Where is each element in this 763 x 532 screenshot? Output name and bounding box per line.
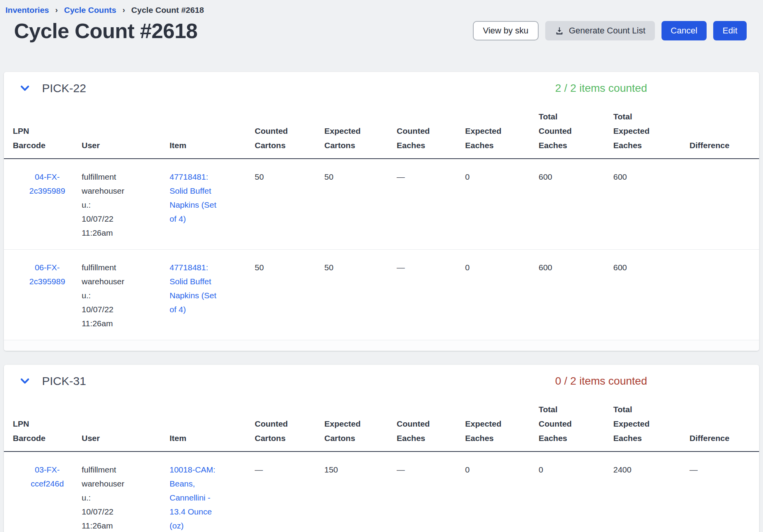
column-header-user: User <box>82 397 170 452</box>
cell-counted_eaches: — <box>397 452 465 532</box>
cell-difference: — <box>690 452 759 532</box>
edit-label: Edit <box>723 26 737 35</box>
table-row: 03-FX-ccef246dfulfillment warehouser u.:… <box>4 452 759 532</box>
column-header-expected_cartons: Expected Cartons <box>324 397 397 452</box>
cell-expected_eaches: 0 <box>465 250 539 340</box>
column-header-counted_cartons: Counted Cartons <box>255 104 324 159</box>
column-header-difference: Difference <box>690 397 759 452</box>
cell-counted_cartons: 50 <box>255 159 324 250</box>
toolbar: View by sku Generate Count List Cancel E… <box>473 21 747 40</box>
breadcrumb-current: Cycle Count #2618 <box>131 5 204 16</box>
column-header-total_counted_eaches: Total Counted Eaches <box>539 397 613 452</box>
item-link[interactable]: 47718481: Solid Buffet Napkins (Set of 4… <box>170 263 216 314</box>
column-header-expected_cartons: Expected Cartons <box>324 104 397 159</box>
edit-button[interactable]: Edit <box>713 21 747 40</box>
item-link[interactable]: 47718481: Solid Buffet Napkins (Set of 4… <box>170 172 216 223</box>
section-header: PICK-31 0 / 2 items counted <box>4 365 759 397</box>
cell-counted_eaches: — <box>397 250 465 340</box>
breadcrumb: Inventories › Cycle Counts › Cycle Count… <box>5 5 759 16</box>
view-by-sku-button[interactable]: View by sku <box>473 21 539 40</box>
cell-total_counted_eaches: 0 <box>539 452 613 532</box>
cell-lpn_barcode: 04-FX-2c395989 <box>4 159 82 250</box>
cell-expected_cartons: 50 <box>324 159 397 250</box>
count-table: LPN BarcodeUserItemCounted CartonsExpect… <box>4 397 759 532</box>
generate-count-list-button[interactable]: Generate Count List <box>545 21 655 40</box>
cell-user: fulfillment warehouser u.: 10/07/22 11:2… <box>82 159 170 250</box>
breadcrumb-link-inventories[interactable]: Inventories <box>5 5 49 16</box>
lpn_barcode-link[interactable]: 03-FX-ccef246d <box>31 465 64 488</box>
lpn_barcode-link[interactable]: 04-FX-2c395989 <box>29 172 65 195</box>
count-table: LPN BarcodeUserItemCounted CartonsExpect… <box>4 104 759 340</box>
lpn_barcode-link[interactable]: 06-FX-2c395989 <box>29 263 65 286</box>
table-header-row: LPN BarcodeUserItemCounted CartonsExpect… <box>4 397 759 452</box>
breadcrumb-separator-icon: › <box>122 4 125 15</box>
pick-section: PICK-22 2 / 2 items counted LPN BarcodeU… <box>4 72 759 351</box>
column-header-counted_cartons: Counted Cartons <box>255 397 324 452</box>
table-header-row: LPN BarcodeUserItemCounted CartonsExpect… <box>4 104 759 159</box>
cell-expected_cartons: 50 <box>324 250 397 340</box>
cell-total_expected_eaches: 600 <box>613 250 690 340</box>
column-header-item: Item <box>170 104 255 159</box>
column-header-difference: Difference <box>690 104 759 159</box>
cell-item: 47718481: Solid Buffet Napkins (Set of 4… <box>170 159 255 250</box>
sections-container: PICK-22 2 / 2 items counted LPN BarcodeU… <box>4 72 759 532</box>
column-header-total_expected_eaches: Total Expected Eaches <box>613 104 690 159</box>
cell-expected_eaches: 0 <box>465 452 539 532</box>
column-header-expected_eaches: Expected Eaches <box>465 104 539 159</box>
cell-user: fulfillment warehouser u.: 10/07/22 11:2… <box>82 452 170 532</box>
cell-lpn_barcode: 06-FX-2c395989 <box>4 250 82 340</box>
column-header-counted_eaches: Counted Eaches <box>397 397 465 452</box>
cell-total_counted_eaches: 600 <box>539 250 613 340</box>
cell-total_expected_eaches: 2400 <box>613 452 690 532</box>
section-title: PICK-22 <box>42 82 86 95</box>
cell-counted_eaches: — <box>397 159 465 250</box>
cell-item: 47718481: Solid Buffet Napkins (Set of 4… <box>170 250 255 340</box>
breadcrumb-link-cycle-counts[interactable]: Cycle Counts <box>64 5 116 16</box>
item-link[interactable]: 10018-CAM: Beans, Cannellini - 13.4 Ounc… <box>170 465 215 530</box>
table-row: 06-FX-2c395989fulfillment warehouser u.:… <box>4 250 759 340</box>
cell-difference <box>690 250 759 340</box>
breadcrumb-separator-icon: › <box>55 4 58 15</box>
cell-item: 10018-CAM: Beans, Cannellini - 13.4 Ounc… <box>170 452 255 532</box>
cell-counted_cartons: — <box>255 452 324 532</box>
cancel-label: Cancel <box>671 26 697 35</box>
column-header-total_expected_eaches: Total Expected Eaches <box>613 397 690 452</box>
column-header-lpn_barcode: LPN Barcode <box>4 397 82 452</box>
cell-lpn_barcode: 03-FX-ccef246d <box>4 452 82 532</box>
cell-total_counted_eaches: 600 <box>539 159 613 250</box>
generate-count-list-label: Generate Count List <box>569 26 646 35</box>
download-icon <box>555 26 564 36</box>
card-footer <box>4 340 759 351</box>
column-header-total_counted_eaches: Total Counted Eaches <box>539 104 613 159</box>
column-header-user: User <box>82 104 170 159</box>
items-counted-status: 2 / 2 items counted <box>555 82 647 94</box>
section-title: PICK-31 <box>42 374 86 388</box>
column-header-counted_eaches: Counted Eaches <box>397 104 465 159</box>
cell-expected_eaches: 0 <box>465 159 539 250</box>
cell-counted_cartons: 50 <box>255 250 324 340</box>
page-header: Cycle Count #2618 View by sku Generate C… <box>14 18 747 44</box>
chevron-down-icon[interactable] <box>17 373 33 389</box>
page-title: Cycle Count #2618 <box>14 18 198 44</box>
items-counted-status: 0 / 2 items counted <box>555 375 647 387</box>
table-row: 04-FX-2c395989fulfillment warehouser u.:… <box>4 159 759 250</box>
cell-total_expected_eaches: 600 <box>613 159 690 250</box>
column-header-expected_eaches: Expected Eaches <box>465 397 539 452</box>
cancel-button[interactable]: Cancel <box>662 21 707 40</box>
column-header-item: Item <box>170 397 255 452</box>
cell-expected_cartons: 150 <box>324 452 397 532</box>
pick-section: PICK-31 0 / 2 items counted LPN BarcodeU… <box>4 365 759 532</box>
section-header: PICK-22 2 / 2 items counted <box>4 72 759 104</box>
cell-user: fulfillment warehouser u.: 10/07/22 11:2… <box>82 250 170 340</box>
cell-difference <box>690 159 759 250</box>
column-header-lpn_barcode: LPN Barcode <box>4 104 82 159</box>
chevron-down-icon[interactable] <box>17 80 33 96</box>
view-by-sku-label: View by sku <box>483 26 528 35</box>
